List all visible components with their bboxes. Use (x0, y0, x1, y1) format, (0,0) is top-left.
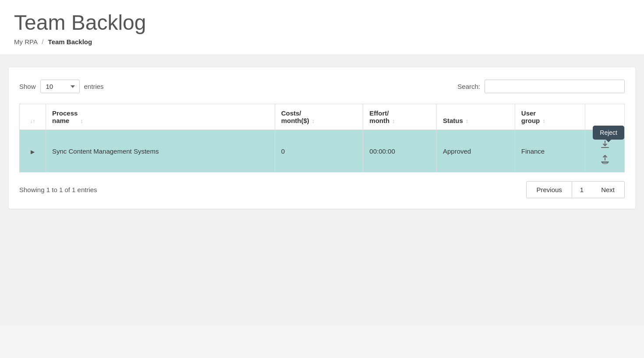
data-table: ↓↑ Processname ↕ Costs/month($) ↕ (19, 104, 625, 172)
svg-rect-0 (601, 147, 609, 148)
cell-actions: Reject (585, 130, 625, 172)
cell-status: Approved (436, 130, 515, 172)
breadcrumb-separator: / (42, 38, 43, 46)
col-header-user-group[interactable]: Usergroup ↕ (515, 104, 585, 130)
sort-icon-user-group: ↕ (542, 118, 545, 124)
reject-tooltip[interactable]: Reject (593, 126, 624, 140)
show-entries: Show 10 25 50 100 entries (19, 80, 104, 93)
cell-user-group: Finance (515, 130, 585, 172)
entries-label: entries (84, 83, 104, 90)
table-card: Show 10 25 50 100 entries Search: (9, 67, 635, 209)
col-header-costs[interactable]: Costs/month($) ↕ (275, 104, 363, 130)
submit-icon[interactable] (600, 154, 610, 166)
col-label-user-group: Usergroup (521, 109, 540, 124)
page-header: Team Backlog My RPA / Team Backlog (0, 0, 644, 54)
sort-icon-costs: ↕ (312, 118, 315, 124)
col-label-costs: Costs/month($) (281, 109, 309, 124)
col-header-effort[interactable]: Effort/month ↕ (363, 104, 437, 130)
cell-costs: 0 (275, 130, 363, 172)
col-label-effort: Effort/month (369, 109, 389, 124)
content-area: Show 10 25 50 100 entries Search: (0, 54, 644, 326)
sort-icon-effort: ↕ (392, 118, 395, 124)
col-label-status: Status (443, 117, 463, 124)
previous-button[interactable]: Previous (526, 181, 572, 198)
sort-icon-status: ↕ (466, 118, 468, 124)
col-header-rownum[interactable]: ↓↑ (20, 104, 46, 130)
pagination: Previous 1 Next (526, 181, 625, 198)
show-label: Show (19, 83, 36, 90)
cell-effort: 00:00:00 (363, 130, 437, 172)
col-label-process-name: Processname (52, 109, 78, 124)
table-footer: Showing 1 to 1 of 1 entries Previous 1 N… (19, 181, 625, 198)
breadcrumb-parent[interactable]: My RPA (14, 38, 37, 46)
col-header-process-name[interactable]: Processname ↕ (46, 104, 275, 130)
cell-expand[interactable]: ▶ (20, 130, 46, 172)
expand-icon[interactable]: ▶ (31, 149, 35, 155)
breadcrumb: My RPA / Team Backlog (14, 38, 630, 46)
entries-select[interactable]: 10 25 50 100 (40, 80, 80, 93)
table-header-row: ↓↑ Processname ↕ Costs/month($) ↕ (20, 104, 625, 130)
sort-icon-rownum: ↓↑ (30, 118, 35, 124)
page-number: 1 (572, 181, 591, 198)
col-header-status[interactable]: Status ↕ (436, 104, 515, 130)
action-icons (591, 140, 618, 166)
showing-text: Showing 1 to 1 of 1 entries (19, 186, 97, 193)
cell-process-name: Sync Content Management Systems (46, 130, 275, 172)
search-input[interactable] (485, 80, 625, 93)
breadcrumb-current: Team Backlog (48, 38, 92, 46)
page-title: Team Backlog (14, 11, 630, 35)
next-button[interactable]: Next (591, 181, 625, 198)
svg-point-2 (602, 162, 608, 164)
search-area: Search: (457, 80, 625, 93)
search-label: Search: (457, 83, 480, 90)
table-row: ▶ Sync Content Management Systems 0 00:0… (20, 130, 625, 172)
table-controls: Show 10 25 50 100 entries Search: (19, 80, 625, 93)
sort-icon-process-name: ↕ (80, 118, 83, 124)
